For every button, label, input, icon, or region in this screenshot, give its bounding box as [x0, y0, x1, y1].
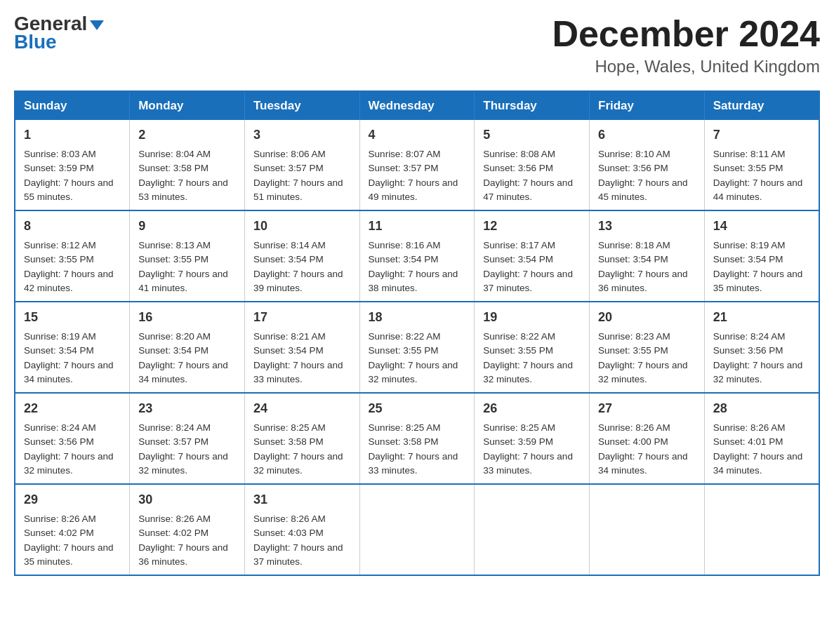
day-info: Sunrise: 8:19 AMSunset: 3:54 PMDaylight:… — [24, 331, 114, 384]
weekday-header-wednesday: Wednesday — [359, 91, 475, 120]
page-header: General Blue December 2024 Hope, Wales, … — [14, 14, 820, 76]
day-number: 23 — [138, 399, 236, 418]
calendar-cell: 6Sunrise: 8:10 AMSunset: 3:56 PMDaylight… — [590, 120, 705, 210]
calendar-cell: 15Sunrise: 8:19 AMSunset: 3:54 PMDayligh… — [15, 302, 130, 393]
calendar-cell: 25Sunrise: 8:25 AMSunset: 3:58 PMDayligh… — [359, 393, 475, 484]
logo-triangle-icon — [90, 20, 104, 30]
calendar-cell: 21Sunrise: 8:24 AMSunset: 3:56 PMDayligh… — [704, 302, 819, 393]
calendar-cell: 1Sunrise: 8:03 AMSunset: 3:59 PMDaylight… — [15, 120, 130, 210]
calendar-cell: 7Sunrise: 8:11 AMSunset: 3:55 PMDaylight… — [704, 120, 819, 210]
calendar-cell: 28Sunrise: 8:26 AMSunset: 4:01 PMDayligh… — [704, 393, 819, 484]
day-number: 16 — [138, 308, 236, 327]
calendar-cell: 13Sunrise: 8:18 AMSunset: 3:54 PMDayligh… — [590, 210, 705, 302]
calendar-cell — [475, 484, 590, 575]
day-number: 17 — [253, 308, 351, 327]
calendar-week-5: 29Sunrise: 8:26 AMSunset: 4:02 PMDayligh… — [15, 484, 819, 575]
calendar-cell: 22Sunrise: 8:24 AMSunset: 3:56 PMDayligh… — [15, 393, 130, 484]
calendar-cell: 9Sunrise: 8:13 AMSunset: 3:55 PMDaylight… — [130, 210, 245, 302]
calendar-cell: 29Sunrise: 8:26 AMSunset: 4:02 PMDayligh… — [15, 484, 130, 575]
calendar-cell — [590, 484, 705, 575]
day-number: 20 — [598, 308, 696, 327]
day-number: 28 — [713, 399, 810, 418]
day-number: 10 — [253, 217, 351, 236]
weekday-header-friday: Friday — [590, 91, 705, 120]
calendar-cell: 4Sunrise: 8:07 AMSunset: 3:57 PMDaylight… — [359, 120, 475, 210]
calendar-cell: 20Sunrise: 8:23 AMSunset: 3:55 PMDayligh… — [590, 302, 705, 393]
day-info: Sunrise: 8:24 AMSunset: 3:56 PMDaylight:… — [713, 331, 803, 384]
day-number: 9 — [138, 217, 236, 236]
day-info: Sunrise: 8:11 AMSunset: 3:55 PMDaylight:… — [713, 149, 803, 202]
day-number: 31 — [253, 490, 351, 509]
calendar-cell: 12Sunrise: 8:17 AMSunset: 3:54 PMDayligh… — [475, 210, 590, 302]
day-info: Sunrise: 8:12 AMSunset: 3:55 PMDaylight:… — [24, 240, 114, 293]
calendar-cell: 18Sunrise: 8:22 AMSunset: 3:55 PMDayligh… — [359, 302, 475, 393]
day-number: 8 — [24, 217, 121, 236]
weekday-header-monday: Monday — [130, 91, 245, 120]
day-number: 27 — [598, 399, 696, 418]
title-block: December 2024 Hope, Wales, United Kingdo… — [552, 14, 820, 76]
day-number: 29 — [24, 490, 121, 509]
weekday-header-saturday: Saturday — [704, 91, 819, 120]
day-info: Sunrise: 8:04 AMSunset: 3:58 PMDaylight:… — [138, 149, 228, 202]
calendar-cell: 10Sunrise: 8:14 AMSunset: 3:54 PMDayligh… — [244, 210, 359, 302]
calendar-cell: 8Sunrise: 8:12 AMSunset: 3:55 PMDaylight… — [15, 210, 130, 302]
day-info: Sunrise: 8:25 AMSunset: 3:58 PMDaylight:… — [253, 422, 343, 476]
day-info: Sunrise: 8:25 AMSunset: 3:59 PMDaylight:… — [483, 422, 573, 476]
day-info: Sunrise: 8:23 AMSunset: 3:55 PMDaylight:… — [598, 331, 688, 384]
day-info: Sunrise: 8:10 AMSunset: 3:56 PMDaylight:… — [598, 149, 688, 202]
day-number: 26 — [483, 399, 581, 418]
day-info: Sunrise: 8:18 AMSunset: 3:54 PMDaylight:… — [598, 240, 688, 293]
calendar-cell: 26Sunrise: 8:25 AMSunset: 3:59 PMDayligh… — [475, 393, 590, 484]
calendar-cell: 16Sunrise: 8:20 AMSunset: 3:54 PMDayligh… — [130, 302, 245, 393]
calendar-cell: 23Sunrise: 8:24 AMSunset: 3:57 PMDayligh… — [130, 393, 245, 484]
calendar-cell — [359, 484, 475, 575]
day-info: Sunrise: 8:24 AMSunset: 3:57 PMDaylight:… — [138, 422, 228, 476]
month-title: December 2024 — [552, 14, 820, 54]
calendar-table: SundayMondayTuesdayWednesdayThursdayFrid… — [14, 90, 820, 576]
day-info: Sunrise: 8:19 AMSunset: 3:54 PMDaylight:… — [713, 240, 803, 293]
day-number: 13 — [598, 217, 696, 236]
day-info: Sunrise: 8:21 AMSunset: 3:54 PMDaylight:… — [253, 331, 343, 384]
day-number: 3 — [253, 126, 351, 145]
day-info: Sunrise: 8:26 AMSunset: 4:01 PMDaylight:… — [713, 422, 803, 476]
day-info: Sunrise: 8:26 AMSunset: 4:03 PMDaylight:… — [253, 514, 343, 567]
day-info: Sunrise: 8:07 AMSunset: 3:57 PMDaylight:… — [369, 149, 458, 202]
day-info: Sunrise: 8:17 AMSunset: 3:54 PMDaylight:… — [483, 240, 573, 293]
day-info: Sunrise: 8:26 AMSunset: 4:02 PMDaylight:… — [24, 514, 114, 567]
calendar-week-2: 8Sunrise: 8:12 AMSunset: 3:55 PMDaylight… — [15, 210, 819, 302]
calendar-cell: 14Sunrise: 8:19 AMSunset: 3:54 PMDayligh… — [704, 210, 819, 302]
calendar-cell: 31Sunrise: 8:26 AMSunset: 4:03 PMDayligh… — [244, 484, 359, 575]
day-number: 7 — [713, 126, 810, 145]
day-number: 18 — [369, 308, 466, 327]
calendar-cell: 30Sunrise: 8:26 AMSunset: 4:02 PMDayligh… — [130, 484, 245, 575]
day-number: 15 — [24, 308, 121, 327]
day-number: 5 — [483, 126, 581, 145]
logo: General Blue — [14, 14, 104, 53]
day-number: 2 — [138, 126, 236, 145]
location-title: Hope, Wales, United Kingdom — [552, 57, 820, 76]
day-info: Sunrise: 8:26 AMSunset: 4:02 PMDaylight:… — [138, 514, 228, 567]
day-number: 25 — [369, 399, 466, 418]
calendar-cell: 5Sunrise: 8:08 AMSunset: 3:56 PMDaylight… — [475, 120, 590, 210]
day-number: 12 — [483, 217, 581, 236]
day-info: Sunrise: 8:22 AMSunset: 3:55 PMDaylight:… — [369, 331, 458, 384]
day-info: Sunrise: 8:16 AMSunset: 3:54 PMDaylight:… — [369, 240, 458, 293]
day-number: 4 — [369, 126, 466, 145]
day-number: 19 — [483, 308, 581, 327]
calendar-cell — [704, 484, 819, 575]
day-number: 24 — [253, 399, 351, 418]
day-number: 21 — [713, 308, 810, 327]
day-number: 1 — [24, 126, 121, 145]
day-number: 6 — [598, 126, 696, 145]
calendar-cell: 27Sunrise: 8:26 AMSunset: 4:00 PMDayligh… — [590, 393, 705, 484]
day-number: 22 — [24, 399, 121, 418]
calendar-week-4: 22Sunrise: 8:24 AMSunset: 3:56 PMDayligh… — [15, 393, 819, 484]
calendar-cell: 24Sunrise: 8:25 AMSunset: 3:58 PMDayligh… — [244, 393, 359, 484]
day-info: Sunrise: 8:22 AMSunset: 3:55 PMDaylight:… — [483, 331, 573, 384]
day-info: Sunrise: 8:03 AMSunset: 3:59 PMDaylight:… — [24, 149, 114, 202]
day-number: 14 — [713, 217, 810, 236]
weekday-header-row: SundayMondayTuesdayWednesdayThursdayFrid… — [15, 91, 819, 120]
logo-part2: Blue — [14, 31, 57, 53]
calendar-week-3: 15Sunrise: 8:19 AMSunset: 3:54 PMDayligh… — [15, 302, 819, 393]
day-info: Sunrise: 8:08 AMSunset: 3:56 PMDaylight:… — [483, 149, 573, 202]
